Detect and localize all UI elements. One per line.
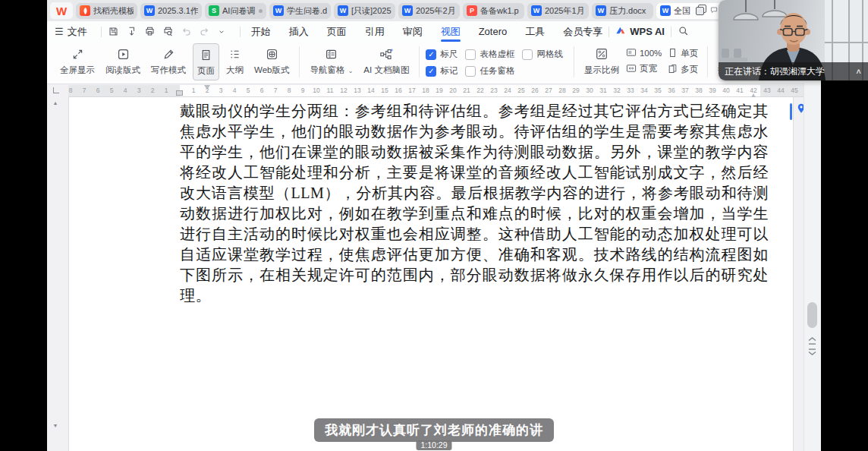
wps-window: W 找稻壳模板 W 2025.3.1作 S AI问卷调 W 学生问卷.d W [47, 0, 821, 451]
write-mode-button[interactable]: 写作模式 [147, 42, 190, 84]
menu-item-insert[interactable]: 插入 [289, 21, 309, 42]
marks-checkbox[interactable]: ✓ 标记 [426, 65, 458, 77]
menu-item-member[interactable]: 会员专享 [563, 21, 602, 42]
navigation-pane-button[interactable]: 导航窗格 ⌄ [306, 42, 357, 84]
tab-form[interactable]: S AI问卷调 [205, 3, 266, 19]
hamburger-icon: ☰ [55, 26, 64, 37]
text-line: 理。 [180, 285, 769, 306]
checkbox-unchecked-icon [465, 66, 476, 77]
word-icon: W [144, 5, 155, 16]
comment-bubble-icon[interactable] [709, 4, 719, 17]
ruler-number: 6 [260, 87, 264, 94]
tab-presentation[interactable]: P 备备wk1.p [463, 3, 524, 19]
zoom-ratio-button[interactable]: 显示比例 [580, 42, 623, 84]
scroll-down-arrow[interactable]: ▼ [47, 422, 64, 430]
text-line: 改大语言模型（LLM），分析其内容。最后根据教学内容的进行，将参考眼动和待测眼 [180, 183, 769, 203]
restore-window-button[interactable] [696, 5, 706, 14]
ruler-number: 33 [627, 87, 634, 94]
save-icon[interactable] [108, 26, 119, 37]
menu-item-zotero[interactable]: Zotero [479, 21, 508, 42]
paragraph[interactable]: 戴眼动仪的学生分两组：参考组和待评估组。参考组是经过其它评估方式已经确定其 焦虑… [180, 101, 769, 306]
wps-ai-menu[interactable]: WPS AI [615, 25, 665, 38]
single-page-button[interactable]: 单页 [668, 48, 698, 59]
ai-mindmap-icon [379, 46, 394, 62]
fit-width-button[interactable]: 页宽 [626, 63, 662, 74]
ruler-number: 29 [572, 87, 579, 94]
outline-button[interactable]: 大纲 [222, 42, 247, 84]
tab-document[interactable]: W 2025年2月 [398, 3, 460, 19]
export-pdf-icon[interactable] [126, 26, 137, 37]
table-gridlines-checkbox[interactable]: 表格虚框 [465, 49, 514, 60]
tab-document[interactable]: W 2025年1月 [527, 3, 589, 19]
ruler-number: 9 [301, 87, 305, 94]
tab-document[interactable]: W 2025.3.1作 [140, 3, 202, 19]
read-mode-icon [117, 46, 130, 62]
form-icon: S [209, 5, 219, 16]
tab-document[interactable]: W 学生问卷.d [269, 3, 331, 19]
text-line: 进行自主活动的时候比对权重也会相应调整。这种借助人工智能的动态加权处理可以 [180, 224, 769, 244]
fit-width-icon [626, 64, 637, 74]
menu-item-reference[interactable]: 引用 [365, 21, 385, 42]
wps-ai-label: WPS AI [630, 26, 665, 37]
ruler-number: 37 [681, 87, 688, 94]
redo-icon[interactable] [199, 26, 210, 37]
tab-label: [只读]2025 [351, 5, 392, 17]
ruler-number: 32 [613, 87, 620, 94]
collapse-video-icon[interactable]: ∧ [855, 67, 862, 75]
zoom-100-button[interactable]: 100% [626, 48, 662, 58]
word-icon: W [338, 5, 348, 16]
multi-page-button[interactable]: 多页 [668, 64, 698, 75]
menu-item-home[interactable]: 开始 [251, 21, 271, 42]
tab-stop-selector[interactable] [53, 87, 59, 93]
left-indent-marker[interactable] [176, 90, 183, 96]
tab-document[interactable]: W [只读]2025 [334, 3, 395, 19]
previous-page-button[interactable] [807, 337, 818, 345]
caption-timestamp: 1:10:29 [416, 440, 451, 450]
print-preview-icon[interactable] [162, 26, 174, 37]
unsaved-dot [259, 9, 263, 13]
file-menu[interactable]: ☰ 文件 [55, 25, 87, 39]
scrollbar-thumb[interactable] [807, 302, 817, 328]
fullscreen-button[interactable]: 全屏显示 [56, 42, 99, 84]
word-icon: W [660, 5, 671, 16]
web-layout-button[interactable]: Web版式 [250, 42, 293, 84]
ai-mindmap-button[interactable]: AI 文档脑图 [360, 42, 413, 84]
menu-bar: ☰ 文件 开始 插入 页面 引用 审阅 视图 Zotero [47, 21, 821, 42]
ruler-number: 20 [449, 87, 456, 94]
task-pane-checkbox[interactable]: 任务窗格 [465, 65, 514, 77]
speaker-video-tile: 正在讲话：胡强湘潭大学 ∧ [719, 0, 868, 80]
print-icon[interactable] [144, 26, 156, 37]
ruler-number: 34 [640, 87, 647, 94]
chevron-down-icon[interactable] [217, 27, 226, 36]
search-icon[interactable] [678, 25, 689, 39]
read-mode-button[interactable]: 阅读版式 [102, 42, 144, 84]
separator [609, 27, 609, 37]
ruler-number: 2 [151, 87, 155, 94]
ruler-number: 42 [750, 87, 756, 94]
document-page[interactable]: 戴眼动仪的学生分两组：参考组和待评估组。参考组是经过其它评估方式已经确定其 焦虑… [68, 97, 794, 451]
text-line: 自适应课堂教学过程，使焦虑评估更加方便、准确和客观。技术路线的结构流程图如 [180, 244, 769, 265]
tab-document[interactable]: W 压力.docx [592, 3, 653, 19]
wps-logo[interactable]: W [50, 2, 73, 19]
undo-icon[interactable] [181, 26, 192, 37]
menu-item-view[interactable]: 视图 [441, 21, 461, 42]
ruler-checkbox[interactable]: ✓ 标尺 [426, 49, 458, 60]
checkbox-checked-icon: ✓ [426, 66, 436, 77]
menu-item-tools[interactable]: 工具 [525, 21, 545, 42]
ruler-number: 14 [367, 87, 374, 94]
ruler-number: 38 [695, 87, 702, 94]
word-icon: W [596, 5, 606, 16]
ruler-number: 6 [96, 87, 100, 94]
ruler-number: 41 [736, 87, 743, 94]
ruler-number: 25 [517, 87, 524, 94]
vertical-scrollbar[interactable] [804, 84, 821, 451]
chevron-down-icon: ⌄ [348, 68, 354, 74]
gridlines-checkbox[interactable]: 网格线 [522, 49, 563, 60]
page-view-button[interactable]: 页面 [193, 43, 219, 80]
checkbox-checked-icon: ✓ [426, 49, 436, 60]
scroll-up-arrow[interactable]: ▲ [47, 99, 64, 107]
next-page-button[interactable] [807, 348, 818, 356]
menu-item-review[interactable]: 审阅 [403, 21, 423, 42]
tab-docer[interactable]: 找稻壳模板 [76, 3, 137, 19]
menu-item-page[interactable]: 页面 [327, 21, 347, 42]
